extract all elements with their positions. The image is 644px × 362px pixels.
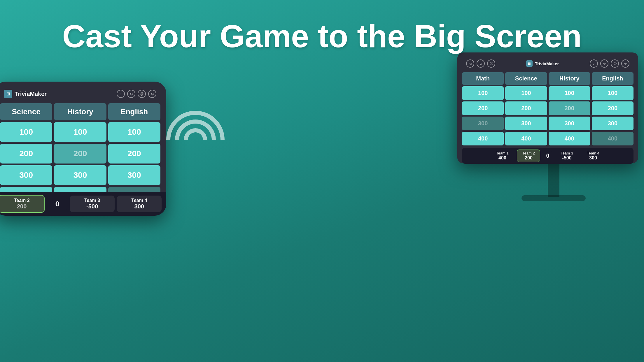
signal-arc-large <box>154 99 237 181</box>
lg-team2: Team 2 200 <box>517 150 540 162</box>
lg-t3-name: Team 3 <box>555 151 579 155</box>
small-team2-score: 200 <box>4 203 40 210</box>
lg-logo-text: TriviaMaker <box>535 61 559 66</box>
large-row-4: 400 400 400 400 <box>462 132 634 145</box>
lg-score-input[interactable]: 0 <box>543 151 552 160</box>
ctrl-face[interactable]: ☹ <box>138 90 146 98</box>
lg-e-400[interactable]: 400 <box>592 132 634 145</box>
cell-h-100[interactable]: 100 <box>54 122 106 142</box>
lg-e-300[interactable]: 300 <box>592 117 634 130</box>
page-title: Cast Your Game to the Big Screen <box>0 17 644 55</box>
screen-stand <box>548 162 559 197</box>
large-categories-row: Math Science History English <box>462 72 634 85</box>
lg-ctrl-face[interactable]: ☹ <box>611 59 619 68</box>
large-row-3: 300 300 300 300 <box>462 117 634 130</box>
lg-ctrl-info[interactable]: ⓘ <box>487 59 495 68</box>
lg-team4: Team 4 300 <box>582 151 605 161</box>
room-furniture <box>0 216 644 362</box>
cell-e-200[interactable]: 200 <box>108 144 160 164</box>
lg-s-200[interactable]: 200 <box>505 101 547 115</box>
ctrl-settings[interactable]: ⊙ <box>127 90 135 98</box>
lg-cat-history: History <box>549 72 590 85</box>
small-row-2: 200 200 200 <box>0 144 160 164</box>
small-input-value: 0 <box>55 200 59 208</box>
lg-s-400[interactable]: 400 <box>505 132 547 145</box>
lg-cat-science: Science <box>505 72 547 85</box>
lg-m-100[interactable]: 100 <box>462 86 504 100</box>
small-device-titlebar: ⊞ TriviaMaker ♪ ⊙ ☹ ⊗ <box>0 87 160 100</box>
lg-ctrl-music[interactable]: ♪ <box>590 59 598 68</box>
lg-t2-score: 200 <box>519 155 538 161</box>
lg-logo-icon: ⊞ <box>526 60 533 67</box>
lg-e-100[interactable]: 100 <box>592 86 634 100</box>
lg-m-200[interactable]: 200 <box>462 101 504 115</box>
lg-h-100[interactable]: 100 <box>549 86 590 100</box>
lg-team3: Team 3 -500 <box>555 151 579 161</box>
cell-s-200[interactable]: 200 <box>0 144 52 164</box>
logo-icon: ⊞ <box>4 90 12 98</box>
large-screen-logo: ⊞ TriviaMaker <box>526 60 559 67</box>
small-row-1: 100 100 100 <box>0 122 160 142</box>
small-logo-text: TriviaMaker <box>15 91 47 97</box>
lg-t1-score: 400 <box>491 155 514 161</box>
cast-signal <box>166 96 225 184</box>
cell-e-100[interactable]: 100 <box>108 122 160 142</box>
lg-ctrl-cast[interactable]: ⊙ <box>477 59 485 68</box>
large-screen: ◁ ⊙ ⓘ ⊞ TriviaMaker ♪ ⊙ ☹ ⊗ Math Science… <box>457 52 638 163</box>
lg-cat-math: Math <box>462 72 504 85</box>
lg-t1-name: Team 1 <box>491 151 514 155</box>
ctrl-music[interactable]: ♪ <box>117 90 125 98</box>
lg-t4-name: Team 4 <box>582 151 605 155</box>
small-team2-name: Team 2 <box>4 198 40 203</box>
small-team4: Team 4 300 <box>117 196 162 212</box>
lg-s-300[interactable]: 300 <box>505 117 547 130</box>
small-device-logo: ⊞ TriviaMaker <box>4 90 47 98</box>
lg-h-400[interactable]: 400 <box>549 132 590 145</box>
lg-input-val: 0 <box>546 152 549 159</box>
screen-base <box>522 195 586 201</box>
cell-h-200[interactable]: 200 <box>54 144 106 164</box>
small-score-input[interactable]: 0 <box>47 198 67 210</box>
large-score-bar: Team 1 400 Team 2 200 0 Team 3 -500 Team… <box>462 148 634 164</box>
category-english: English <box>108 103 160 120</box>
cell-e-300[interactable]: 300 <box>108 165 160 185</box>
lg-cat-english: English <box>592 72 634 85</box>
lg-m-300[interactable]: 300 <box>462 117 504 130</box>
lg-t3-score: -500 <box>555 155 579 161</box>
lg-h-200[interactable]: 200 <box>549 101 590 115</box>
small-team3-name: Team 3 <box>74 198 110 203</box>
large-row-1: 100 100 100 100 <box>462 86 634 100</box>
large-nav-buttons: ◁ ⊙ ⓘ <box>466 59 495 68</box>
cell-s-100[interactable]: 100 <box>0 122 52 142</box>
ctrl-close[interactable]: ⊗ <box>148 90 156 98</box>
lg-s-100[interactable]: 100 <box>505 86 547 100</box>
small-row-3: 300 300 300 <box>0 165 160 185</box>
large-titlebar: ◁ ⊙ ⓘ ⊞ TriviaMaker ♪ ⊙ ☹ ⊗ <box>462 57 634 70</box>
small-device: ⊞ TriviaMaker ♪ ⊙ ☹ ⊗ Science History En… <box>0 82 166 216</box>
cell-h-300[interactable]: 300 <box>54 165 106 185</box>
large-screen-controls: ♪ ⊙ ☹ ⊗ <box>590 59 629 68</box>
small-team4-score: 300 <box>121 203 158 210</box>
lg-t4-score: 300 <box>582 155 605 161</box>
small-score-bar: Team 2 200 0 Team 3 -500 Team 4 300 <box>0 192 166 216</box>
lg-m-400[interactable]: 400 <box>462 132 504 145</box>
small-team4-name: Team 4 <box>121 198 158 203</box>
cell-s-300[interactable]: 300 <box>0 165 52 185</box>
lg-h-300[interactable]: 300 <box>549 117 590 130</box>
category-science: Science <box>0 103 52 120</box>
large-row-2: 200 200 200 200 <box>462 101 634 115</box>
small-team3-score: -500 <box>74 203 110 210</box>
lg-ctrl-settings[interactable]: ⊙ <box>600 59 608 68</box>
lg-team1: Team 1 400 <box>491 151 514 161</box>
title-text: Cast Your Game to the Big Screen <box>62 18 582 54</box>
lg-ctrl-close[interactable]: ⊗ <box>621 59 629 68</box>
lg-e-200[interactable]: 200 <box>592 101 634 115</box>
lg-ctrl-back[interactable]: ◁ <box>466 59 474 68</box>
small-device-controls: ♪ ⊙ ☹ ⊗ <box>117 90 156 98</box>
lg-t2-name: Team 2 <box>519 151 538 155</box>
small-team3: Team 3 -500 <box>70 196 114 212</box>
category-history: History <box>54 103 106 120</box>
small-categories-row: Science History English <box>0 103 160 120</box>
small-team2: Team 2 200 <box>0 195 45 213</box>
